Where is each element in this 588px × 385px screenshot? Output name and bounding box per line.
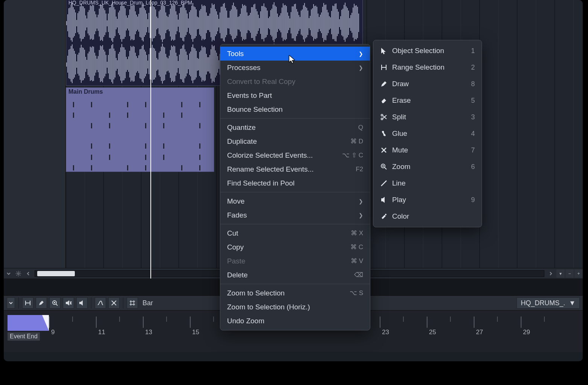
menu-item[interactable]: Fades❯ [220, 208, 370, 222]
scroll-left-icon[interactable] [23, 269, 33, 278]
ruler-number: 13 [145, 329, 152, 336]
menu-item[interactable]: Bounce Selection [220, 102, 370, 116]
separator [91, 297, 91, 309]
menu-item[interactable]: QuantizeQ [220, 120, 370, 134]
range-tool-button[interactable] [22, 297, 33, 309]
menu-item[interactable]: Processes❯ [220, 61, 370, 75]
submenu-item[interactable]: Play9 [373, 192, 482, 208]
chevron-right-icon: ❯ [359, 212, 363, 218]
menu-item-label: Colorize Selected Events... [227, 151, 338, 160]
scroll-right-icon[interactable] [546, 269, 556, 278]
range-icon [379, 64, 389, 71]
menu-item-label: Rename Selected Events... [227, 165, 352, 173]
menu-item-label: Cut [227, 229, 347, 237]
submenu-item-label: Erase [392, 96, 467, 105]
menu-item[interactable]: Events to Part [220, 88, 370, 102]
playhead-cursor[interactable] [150, 0, 151, 278]
menu-item[interactable]: Undo Zoom [220, 314, 370, 328]
clip-selector-label: HQ_DRUMS_. [521, 299, 565, 307]
chevron-down-icon[interactable] [7, 297, 15, 309]
submenu-item-label: Line [392, 179, 471, 187]
submenu-item-shortcut: 5 [471, 97, 475, 105]
ruler-number: 15 [192, 329, 199, 336]
menu-item[interactable]: Move❯ [220, 194, 370, 208]
submenu-item-label: Color [392, 212, 471, 221]
submenu-item[interactable]: Object Selection1 [373, 43, 482, 59]
submenu-item[interactable]: Line [373, 175, 482, 192]
menu-item-label: Bounce Selection [227, 105, 363, 114]
submenu-item[interactable]: Erase5 [373, 92, 482, 109]
play-tool-button[interactable] [76, 297, 88, 309]
submenu-item-shortcut: 9 [471, 196, 475, 204]
submenu-item-label: Range Selection [392, 63, 467, 72]
midi-clip-title: Main Drums [68, 88, 103, 95]
menu-item[interactable]: Zoom to Selection (Horiz.) [220, 300, 370, 314]
grid-type-button[interactable] [127, 297, 138, 309]
menu-item[interactable]: Copy⌘ C [220, 240, 370, 254]
track-header-column [4, 0, 66, 278]
ruler-number: 25 [429, 329, 436, 336]
event-end-label: Event End [8, 332, 40, 341]
submenu-item[interactable]: Split3 [373, 109, 482, 125]
clip-selector-dropdown[interactable]: HQ_DRUMS_. ▼ [517, 297, 580, 309]
submenu-item[interactable]: Color [373, 208, 482, 225]
svg-point-2 [113, 302, 115, 304]
tools-submenu[interactable]: Object Selection1Range Selection2Draw8Er… [373, 40, 482, 227]
curve-tool-button[interactable] [95, 297, 106, 309]
midi-clip[interactable]: Main Drums [66, 87, 214, 172]
zoom-preset-button[interactable]: ▾ [556, 269, 565, 278]
snap-value-label[interactable]: Bar [142, 299, 153, 307]
fade-out-handle[interactable] [42, 315, 49, 331]
submenu-item-shortcut: 7 [471, 146, 475, 154]
gear-icon[interactable] [14, 269, 23, 278]
svg-point-0 [18, 272, 19, 274]
menu-item[interactable]: Delete⌫ [220, 268, 370, 282]
menu-item[interactable]: Tools❯ [220, 47, 370, 61]
chevron-right-icon: ❯ [359, 51, 363, 57]
color-icon [379, 213, 389, 220]
glue-icon [379, 130, 389, 137]
draw-tool-button[interactable] [36, 297, 47, 309]
menu-item[interactable]: Find Selected in Pool [220, 176, 370, 190]
submenu-item[interactable]: Range Selection2 [373, 59, 482, 76]
eraser-icon [379, 97, 389, 104]
zoom-tool-button[interactable] [49, 297, 61, 309]
menu-item-shortcut: ⌘ X [351, 229, 363, 237]
event-overview-clip[interactable] [8, 315, 49, 331]
chevron-right-icon: ❯ [359, 65, 363, 71]
zoom-out-button[interactable]: − [565, 269, 574, 278]
play-icon [379, 196, 389, 204]
menu-item-shortcut: ⌘ D [350, 137, 363, 145]
chevron-down-icon[interactable] [4, 269, 14, 278]
menu-item[interactable]: Rename Selected Events...F2 [220, 162, 370, 176]
separator [18, 297, 19, 309]
submenu-item[interactable]: Zoom6 [373, 158, 482, 175]
menu-item-label: Convert to Real Copy [227, 78, 363, 86]
menu-item[interactable]: Cut⌘ X [220, 226, 370, 240]
submenu-item[interactable]: Mute7 [373, 142, 482, 158]
chevron-down-icon: ▼ [569, 299, 576, 307]
menu-item-label: Fades [227, 211, 359, 219]
chevron-right-icon: ❯ [359, 198, 363, 204]
context-menu[interactable]: Tools❯Processes❯Convert to Real CopyEven… [220, 44, 370, 330]
pointer-icon [379, 47, 389, 55]
scrollbar-thumb[interactable] [37, 271, 75, 276]
menu-item-label: Copy [227, 243, 347, 251]
menu-item[interactable]: Zoom to Selection⌥ S [220, 286, 370, 300]
ruler-number: 11 [98, 329, 105, 336]
zoom-icon [379, 163, 389, 170]
menu-item-label: Quantize [227, 123, 355, 132]
mute-tool-button[interactable] [63, 297, 74, 309]
scissors-icon [379, 113, 389, 121]
submenu-item-shortcut: 1 [471, 47, 475, 55]
menu-item[interactable]: Duplicate⌘ D [220, 134, 370, 148]
menu-item[interactable]: Colorize Selected Events...⌥ ⇧ C [220, 148, 370, 162]
submenu-item[interactable]: Draw8 [373, 76, 482, 92]
zoom-in-button[interactable]: + [574, 269, 583, 278]
menu-item-shortcut: F2 [356, 166, 363, 173]
mute-icon [379, 146, 389, 154]
menu-item-label: Delete [227, 271, 350, 279]
submenu-item-label: Mute [392, 146, 467, 154]
submenu-item[interactable]: Glue4 [373, 125, 482, 142]
snap-crossings-button[interactable] [108, 297, 120, 309]
